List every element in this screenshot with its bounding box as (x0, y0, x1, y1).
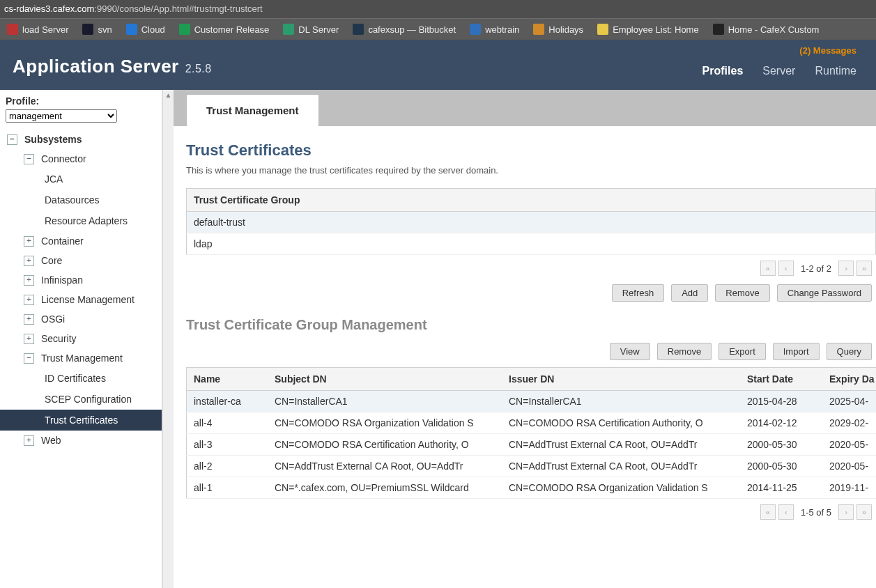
cert-pager: « ‹ 1-5 of 5 › » (186, 499, 876, 525)
collapse-icon[interactable]: − (24, 353, 34, 364)
refresh-button[interactable]: Refresh (612, 284, 665, 302)
tree-license-management[interactable]: +License Management (0, 290, 162, 309)
bookmark-item[interactable]: Home - CafeX Custom (706, 24, 827, 35)
bookmark-item[interactable]: load Server (0, 24, 75, 35)
favicon (7, 24, 18, 35)
sidebar-scrollbar[interactable]: ▲ (162, 90, 174, 588)
tree-datasources[interactable]: Datasources (0, 189, 162, 210)
tree-label: Infinispan (41, 274, 83, 286)
col-name: Name (187, 368, 268, 391)
bookmark-item[interactable]: webtrain (463, 24, 526, 35)
tree-connector[interactable]: −Connector (0, 149, 162, 169)
bookmark-item[interactable]: Holidays (526, 24, 590, 35)
table-row[interactable]: all-1CN=*.cafex.com, OU=PremiumSSL Wildc… (187, 477, 877, 499)
cell: 2014-02-12 (740, 412, 822, 434)
pager-last-icon[interactable]: » (856, 261, 872, 276)
table-row[interactable]: default-trust (187, 212, 876, 233)
tree-scep-configuration[interactable]: SCEP Configuration (0, 389, 162, 410)
tree-label: ID Certificates (45, 373, 106, 384)
cell: 2014-11-25 (740, 477, 822, 499)
add-button[interactable]: Add (671, 284, 708, 302)
query-button[interactable]: Query (827, 343, 872, 360)
bookmark-item[interactable]: Employee List: Home (590, 24, 706, 35)
tree-web[interactable]: +Web (0, 431, 162, 450)
tab-trust-management[interactable]: Trust Management (186, 94, 319, 126)
table-row[interactable]: installer-caCN=InstallerCA1CN=InstallerC… (187, 391, 877, 412)
cell: 2000-05-30 (740, 456, 822, 477)
collapse-icon[interactable]: − (24, 154, 34, 164)
table-row[interactable]: all-4CN=COMODO RSA Organization Validati… (187, 412, 877, 434)
tree-core[interactable]: +Core (0, 251, 162, 270)
bookmark-label: webtrain (485, 24, 519, 35)
tree-label: Connector (41, 153, 86, 164)
pager-prev-icon[interactable]: ‹ (778, 504, 794, 520)
favicon (179, 24, 190, 35)
expand-icon[interactable]: + (24, 295, 34, 305)
expand-icon[interactable]: + (24, 334, 34, 344)
pager-last-icon[interactable]: » (856, 504, 872, 520)
tree-trust-certificates[interactable]: Trust Certificates (0, 410, 162, 431)
tree-resource-adapters[interactable]: Resource Adapters (0, 210, 162, 231)
profile-select[interactable]: management (6, 109, 117, 123)
cell: CN=AddTrust External CA Root, OU=AddTr (502, 456, 740, 477)
cell: 2020-05- (822, 456, 876, 477)
expand-icon[interactable]: + (24, 236, 34, 247)
bookmark-item[interactable]: svn (75, 24, 118, 35)
view-button[interactable]: View (610, 343, 650, 360)
tree-container[interactable]: +Container (0, 231, 162, 251)
tree-label: Core (41, 255, 62, 266)
bookmark-item[interactable]: DL Server (276, 24, 346, 35)
app-title: Application Server 2.5.8 (13, 56, 212, 77)
remove-button[interactable]: Remove (657, 343, 712, 360)
bookmark-bar: load ServersvnCloudCustomer ReleaseDL Se… (0, 18, 876, 40)
tree-security[interactable]: +Security (0, 329, 162, 348)
tree-infinispan[interactable]: +Infinispan (0, 270, 162, 290)
bookmark-item[interactable]: Customer Release (172, 24, 277, 35)
topnav-server[interactable]: Server (762, 65, 795, 77)
expand-icon[interactable]: + (24, 314, 34, 325)
cell: CN=COMODO RSA Certification Authority, O (268, 434, 502, 456)
table-row[interactable]: all-2CN=AddTrust External CA Root, OU=Ad… (187, 456, 877, 477)
topnav-runtime[interactable]: Runtime (815, 65, 856, 77)
table-row[interactable]: all-3CN=COMODO RSA Certification Authori… (187, 434, 877, 456)
tree-subsystems[interactable]: −Subsystems (0, 130, 162, 149)
browser-url-bar[interactable]: cs-rdavies3.cafex.com:9990/console/App.h… (0, 0, 876, 18)
pager-text: 1-2 of 2 (801, 263, 831, 274)
tree-id-certificates[interactable]: ID Certificates (0, 368, 162, 389)
cell: 2025-04- (822, 391, 876, 412)
tree-osgi[interactable]: +OSGi (0, 309, 162, 329)
bookmark-label: load Server (22, 24, 68, 35)
col-subject-dn: Subject DN (268, 368, 502, 391)
main-area: Trust Management Trust Certificates This… (174, 90, 876, 588)
pager-prev-icon[interactable]: ‹ (778, 261, 794, 276)
pager-next-icon[interactable]: › (838, 504, 854, 520)
expand-icon[interactable]: + (24, 256, 34, 266)
table-row[interactable]: ldap (187, 233, 876, 255)
pager-first-icon[interactable]: « (760, 261, 776, 276)
topnav-profiles[interactable]: Profiles (702, 65, 744, 77)
collapse-icon[interactable]: − (7, 134, 17, 145)
tree-label: Subsystems (24, 134, 82, 145)
messages-link[interactable]: (2) Messages (0, 40, 876, 56)
cell: all-3 (187, 434, 268, 456)
export-button[interactable]: Export (719, 343, 766, 360)
bookmark-label: cafexsup — Bitbucket (368, 24, 456, 35)
pager-next-icon[interactable]: › (838, 261, 854, 276)
cell: CN=InstallerCA1 (268, 391, 502, 412)
nav-tree: −Subsystems−ConnectorJCADatasourcesResou… (0, 130, 162, 450)
pager-first-icon[interactable]: « (760, 504, 776, 520)
bookmark-item[interactable]: Cloud (119, 24, 172, 35)
favicon (353, 24, 364, 35)
tree-jca[interactable]: JCA (0, 169, 162, 189)
tree-label: Container (41, 235, 84, 247)
expand-icon[interactable]: + (24, 435, 34, 446)
favicon (82, 24, 93, 35)
remove-button[interactable]: Remove (715, 284, 769, 302)
cell: CN=COMODO RSA Organization Validation S (268, 412, 502, 434)
change-password-button[interactable]: Change Password (777, 284, 872, 302)
bookmark-item[interactable]: cafexsup — Bitbucket (346, 24, 463, 35)
tree-trust-management[interactable]: −Trust Management (0, 348, 162, 368)
expand-icon[interactable]: + (24, 275, 34, 286)
import-button[interactable]: Import (773, 343, 820, 360)
tree-label: JCA (45, 173, 63, 185)
